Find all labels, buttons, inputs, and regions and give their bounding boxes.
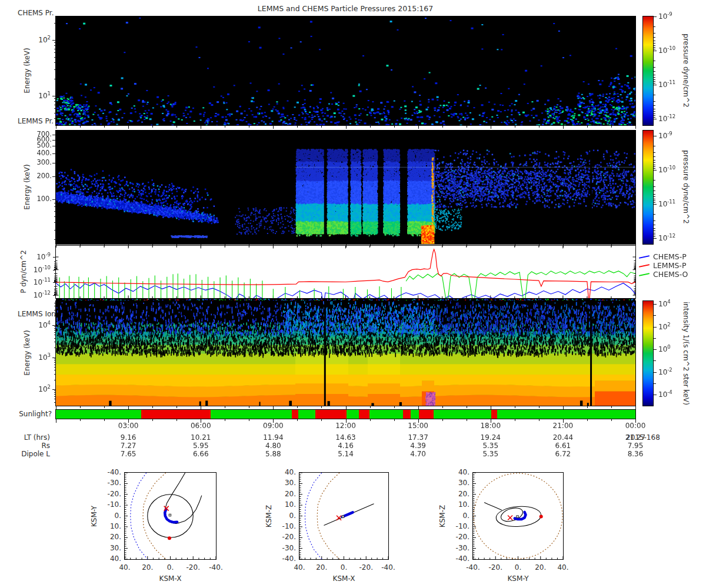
tick-label: 0.: [341, 563, 347, 572]
axis-tick: [54, 282, 56, 282]
axis-tick: [539, 406, 540, 408]
axis-tick: [52, 199, 56, 200]
axis-tick: [54, 69, 56, 70]
sunlight-segment: [411, 410, 419, 419]
axis-tick: [563, 245, 564, 248]
time-tick-label: 00:00: [625, 422, 646, 430]
ephemeris-value: 14.63: [335, 433, 355, 442]
axis-tick: [54, 222, 56, 223]
tick-label: 20.: [448, 490, 469, 498]
sunlight-segment: [419, 410, 434, 419]
tick-label: 10.: [448, 500, 469, 509]
axis-tick: [54, 269, 56, 270]
tick-label: 102: [658, 322, 671, 331]
tick-label: 30.: [275, 479, 296, 487]
axis-tick: [249, 419, 249, 421]
ephemeris-value: 6.72: [555, 450, 571, 458]
axis-tick: [54, 239, 56, 240]
sunlight-segment: [56, 410, 141, 419]
colorbar-tick: [654, 43, 655, 44]
tick-label: 20.: [100, 533, 121, 541]
axis-tick: [54, 98, 56, 99]
axis-tick: [54, 396, 56, 397]
sunlight-segment: [347, 410, 359, 419]
axis-tick: [54, 62, 56, 63]
axis-tick: [54, 348, 56, 348]
axis-tick: [611, 419, 612, 421]
axis-tick: [54, 49, 56, 49]
axis-label-pressure: P dyn/cm^2: [19, 250, 28, 293]
panel-label-lemms-ions: LEMMS Ions: [18, 310, 59, 318]
colorbar-tick: [654, 360, 656, 361]
tick-label: 20.: [142, 563, 153, 572]
axis-tick: [54, 390, 56, 391]
colorbar-tick: [654, 186, 655, 187]
axis-tick: [52, 96, 56, 96]
axis-tick: [104, 245, 105, 246]
ephemeris-value: 21.27: [625, 433, 645, 442]
ephemeris-value: 5.35: [482, 450, 498, 458]
axis-tick: [54, 230, 56, 230]
axis-tick: [321, 126, 322, 128]
colorbar-tick: [654, 156, 655, 157]
ephemeris-value: 6.61: [555, 442, 571, 450]
colorbar-tick: [654, 383, 656, 384]
colorbar-tick: [654, 49, 655, 49]
tick-label: 103: [27, 352, 51, 362]
axis-tick: [54, 380, 56, 380]
axis-tick: [201, 245, 201, 248]
axis-tick: [54, 362, 56, 363]
axis-tick: [201, 126, 201, 129]
axis-tick: [297, 419, 298, 421]
colorbar-tick: [654, 372, 657, 373]
colorbar-tick: [654, 214, 655, 215]
axis-tick: [346, 245, 347, 248]
colorbar-tick: [654, 101, 655, 102]
axis-tick: [53, 295, 56, 296]
colorbar-tick: [654, 26, 655, 27]
axis-tick: [54, 52, 56, 53]
axis-tick: [491, 126, 491, 129]
tick-label: -10.: [275, 522, 296, 530]
lemms-ion-intensity-spectrogram: [56, 301, 635, 406]
sunlight-segment: [315, 410, 347, 419]
axis-tick: [54, 278, 56, 278]
colorbar-tick: [654, 199, 655, 199]
axis-tick: [54, 399, 56, 399]
axis-tick: [54, 263, 56, 263]
axis-tick: [563, 406, 564, 409]
tick-label: 10-10: [27, 265, 51, 274]
tick-label: -30.: [275, 544, 296, 552]
row-label-rs: Rs: [3, 442, 50, 450]
ephemeris-value: 11.94: [263, 433, 283, 442]
colorbar-tick: [654, 45, 655, 46]
colorbar-tick: [654, 338, 656, 339]
axis-tick: [54, 290, 56, 290]
axis-tick: [370, 419, 371, 421]
axis-tick: [54, 360, 56, 361]
ephemeris-value: 7.95: [628, 442, 644, 450]
ephemeris-value: 5.35: [482, 442, 498, 450]
axis-tick: [249, 126, 249, 128]
tick-label: 40.: [119, 563, 130, 572]
tick-label: -40.: [381, 563, 395, 572]
tick-label: -10.: [100, 500, 121, 509]
time-tick-label: 03:00: [118, 422, 139, 430]
axis-tick: [587, 245, 588, 246]
axis-tick: [54, 303, 56, 303]
axis-tick: [104, 406, 105, 408]
tick-label: 0.: [167, 563, 174, 572]
tick-label: -30.: [100, 479, 121, 487]
axis-tick: [54, 295, 56, 295]
tick-label: 10-9: [658, 11, 672, 21]
page-title: LEMMS and CHEMS Particle Pressures 2015:…: [258, 4, 433, 13]
axis-tick: [418, 406, 419, 409]
ephemeris-value: 20.44: [553, 433, 573, 442]
axis-tick: [201, 406, 201, 409]
axis-tick: [515, 406, 515, 408]
orbit-plot-trajectory_ksm_y_vs_z: [473, 473, 563, 559]
legend-label: CHEMS-O: [653, 270, 688, 279]
tick-label: 0.: [448, 512, 469, 520]
colorbar-tick: [654, 202, 655, 203]
tick-label: 100.: [27, 195, 52, 203]
